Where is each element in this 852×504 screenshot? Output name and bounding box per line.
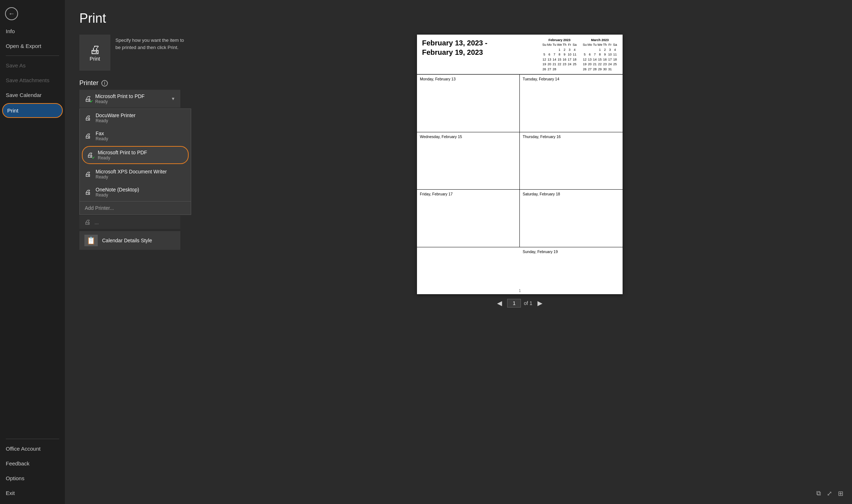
sidebar-divider-2 (6, 439, 59, 439)
page-of-label: of 1 (524, 300, 532, 306)
sidebar-item-feedback[interactable]: Feedback (0, 456, 65, 471)
calendar-date-range: February 13, 2023 - February 19, 2023 (422, 38, 487, 72)
cal-cell-saturday: Saturday, February 18 (520, 190, 623, 247)
back-button[interactable]: ← (5, 7, 18, 20)
mini-cal-feb-grid: SuMoTuWeThFrSa 1234 567891011 1213141516… (542, 43, 577, 72)
printer-option-icon: 🖨 (85, 189, 91, 196)
sidebar-item-label: Feedback (6, 460, 30, 467)
printer-option-icon: 🖨 (85, 132, 91, 140)
calendar-style-label: Calendar Details Style (102, 238, 152, 243)
next-page-button[interactable]: ▶ (535, 299, 545, 308)
printer-option-text: OneNote (Desktop) Ready (96, 187, 139, 198)
printer-dropdown-left: 🖨✔ Microsoft Print to PDF Ready (84, 93, 145, 104)
print-area: 🖨 Print Specify how you want the item to… (79, 35, 838, 493)
cal-cell-wednesday: Wednesday, February 15 (417, 132, 520, 190)
expand-icon[interactable]: ⤢ (827, 490, 832, 498)
calendar-style-icon: 📋 (84, 235, 98, 246)
printer-option-text: Microsoft Print to PDF Ready (98, 150, 147, 160)
print-description: Specify how you want the item to be prin… (115, 35, 188, 51)
printer-selected-info: Microsoft Print to PDF Ready (95, 93, 145, 104)
printer-option-text: DocuWare Printer Ready (96, 112, 136, 123)
printer-option-text: Fax Ready (96, 131, 108, 141)
grid-view-icon[interactable]: ⊞ (838, 490, 843, 498)
sidebar-item-label: Open & Export (6, 43, 41, 49)
print-left-panel: 🖨 Print Specify how you want the item to… (79, 35, 188, 493)
preview-paper: February 13, 2023 - February 19, 2023 Fe… (417, 35, 623, 294)
preview-area: February 13, 2023 - February 19, 2023 Fe… (202, 35, 838, 493)
cal-cell-sunday: Sunday, February 19 (520, 247, 623, 295)
page-number-input[interactable] (507, 299, 521, 308)
printer-extra-row: 🖨 ... (79, 216, 180, 229)
print-button-label: Print (90, 56, 100, 62)
printer-info-icon[interactable]: i (101, 80, 108, 87)
copy-icon[interactable]: ⧉ (816, 490, 821, 498)
mini-cal-mar-grid: SuMoTuWeThFrSa 1234 567891011 1213141516… (582, 43, 618, 72)
printer-option-docuware[interactable]: 🖨 DocuWare Printer Ready (80, 109, 191, 127)
main-content: Print 🖨 Print Specify how you want the i… (65, 0, 852, 504)
mini-cal-mar-title: March 2023 (582, 38, 618, 42)
back-icon: ← (8, 10, 15, 18)
printer-option-onenote[interactable]: 🖨 OneNote (Desktop) Ready (80, 183, 191, 201)
sidebar-item-label: Office Account (6, 446, 40, 452)
print-button-icon: 🖨 (89, 44, 100, 56)
sidebar-item-label: Info (6, 28, 15, 34)
sidebar-item-label: Options (6, 475, 25, 481)
add-printer-button[interactable]: Add Printer... (80, 201, 191, 215)
printer-option-icon: 🖨 (85, 171, 91, 178)
sidebar: ← Info Open & Export Save As Save Attach… (0, 0, 65, 504)
printer-dropdown-list: 🖨 DocuWare Printer Ready 🖨 Fax Ready (79, 109, 191, 215)
cal-cell-friday: Friday, February 17 (417, 190, 520, 247)
cal-cell-thursday: Thursday, February 16 (520, 132, 623, 190)
prev-page-button[interactable]: ◀ (495, 299, 504, 308)
printer-selected-name: Microsoft Print to PDF (95, 93, 145, 99)
sidebar-item-label: Save Attachments (6, 77, 49, 83)
sidebar-item-save-attachments: Save Attachments (0, 73, 65, 88)
printer-option-ms-pdf[interactable]: 🖨✔ Microsoft Print to PDF Ready (82, 146, 189, 164)
calendar-style-option[interactable]: 📋 Calendar Details Style (79, 231, 180, 250)
printer-selected-icon: 🖨✔ (84, 95, 92, 103)
page-number: 1 (519, 289, 521, 293)
printer-dropdown[interactable]: 🖨✔ Microsoft Print to PDF Ready ▼ (79, 90, 180, 108)
sidebar-item-label: Exit (6, 490, 15, 496)
page-title: Print (79, 11, 838, 26)
print-button[interactable]: 🖨 Print (79, 35, 110, 71)
sidebar-item-office-account[interactable]: Office Account (0, 441, 65, 456)
page-navigation: ◀ of 1 ▶ (495, 299, 544, 308)
calendar-preview-header: February 13, 2023 - February 19, 2023 Fe… (417, 35, 623, 74)
sidebar-item-save-as: Save As (0, 58, 65, 73)
sidebar-item-exit[interactable]: Exit (0, 486, 65, 500)
mini-calendars: February 2023 SuMoTuWeThFrSa 1234 567891… (542, 38, 618, 72)
sidebar-item-label: Print (7, 107, 18, 114)
printer-option-icon: 🖨 (85, 114, 91, 122)
printer-option-fax[interactable]: 🖨 Fax Ready (80, 127, 191, 145)
cal-cell-tuesday: Tuesday, February 14 (520, 75, 623, 132)
printer-option-text: Microsoft XPS Document Writer Ready (96, 169, 167, 180)
printer-option-xps[interactable]: 🖨 Microsoft XPS Document Writer Ready (80, 165, 191, 183)
sidebar-item-label: Save Calendar (6, 92, 41, 98)
cal-cell-monday: Monday, February 13 (417, 75, 520, 132)
bottom-right-icons: ⧉ ⤢ ⊞ (816, 490, 843, 498)
calendar-grid: Monday, February 13 Tuesday, February 14… (417, 74, 623, 294)
mini-cal-feb: February 2023 SuMoTuWeThFrSa 1234 567891… (542, 38, 577, 72)
sidebar-item-info[interactable]: Info (0, 24, 65, 39)
printer-section-header: Printer i (79, 79, 188, 87)
printer-option-icon: 🖨✔ (87, 151, 93, 159)
sidebar-item-open-export[interactable]: Open & Export (0, 39, 65, 53)
printer-selected-status: Ready (95, 99, 145, 104)
sidebar-divider-1 (6, 56, 59, 56)
sidebar-bottom: Office Account Feedback Options Exit (0, 437, 65, 504)
printer-label: Printer (79, 79, 98, 87)
sidebar-item-save-calendar[interactable]: Save Calendar (0, 88, 65, 102)
mini-cal-mar: March 2023 SuMoTuWeThFrSa 1234 567891011… (582, 38, 618, 72)
sidebar-item-options[interactable]: Options (0, 471, 65, 486)
sidebar-item-print[interactable]: Print (2, 103, 63, 118)
dropdown-arrow-icon: ▼ (171, 96, 175, 101)
sidebar-item-label: Save As (6, 62, 26, 68)
mini-cal-feb-title: February 2023 (542, 38, 577, 42)
